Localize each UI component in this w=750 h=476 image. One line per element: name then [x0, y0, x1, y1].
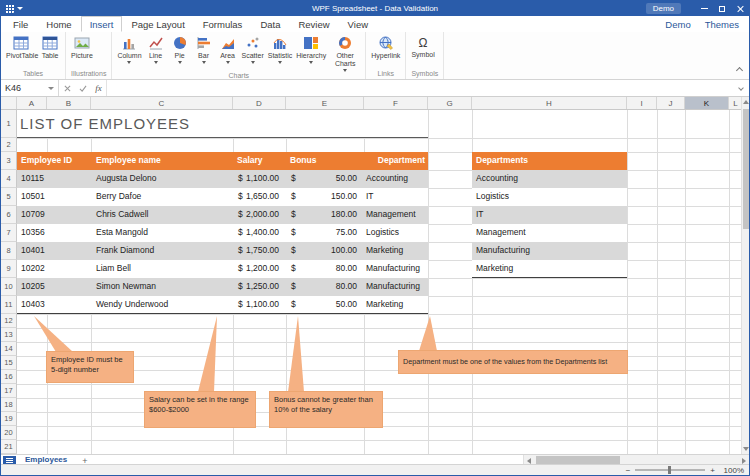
- name-box-value: K46: [5, 83, 21, 93]
- spreadsheet-grid[interactable]: A B C D E F G H I J K L 1 2 3 4 5 6 7 8 …: [1, 97, 743, 454]
- list-icon: [6, 458, 13, 463]
- omega-symbol-icon: Ω: [419, 35, 428, 51]
- bar-chart-button[interactable]: Bar: [192, 33, 216, 64]
- tab-file[interactable]: File: [4, 16, 37, 32]
- button-label: Scatter: [242, 52, 264, 60]
- ribbon-tab-strip: File Home Insert Page Layout Formulas Da…: [1, 16, 749, 32]
- chevron-down-icon[interactable]: [17, 7, 23, 10]
- zoom-out-button[interactable]: −: [626, 466, 631, 475]
- button-label: Line: [149, 52, 162, 60]
- scatter-chart-button[interactable]: Scatter: [240, 33, 266, 64]
- chevron-down-icon: [309, 61, 313, 64]
- tab-data[interactable]: Data: [251, 16, 289, 32]
- close-button[interactable]: [731, 1, 749, 16]
- picture-button[interactable]: Picture: [69, 33, 95, 60]
- zoom-level[interactable]: 100%: [720, 466, 744, 475]
- expand-formula-bar-button[interactable]: [733, 80, 749, 96]
- ribbon-group-links: Hyperlink Links: [366, 32, 406, 79]
- formula-bar: K46 fx: [1, 80, 749, 97]
- button-label: PivotTable: [6, 52, 36, 60]
- arrow-left-icon: [527, 458, 531, 464]
- other-charts-button[interactable]: Other Charts: [328, 33, 362, 72]
- callout-salary-rule[interactable]: Salary can be set in the range $600-$200…: [144, 391, 256, 428]
- tab-page-layout[interactable]: Page Layout: [122, 16, 193, 32]
- ribbon-group-label: Links: [369, 70, 402, 79]
- formula-input[interactable]: [107, 80, 733, 96]
- ribbon-group-label: Tables: [4, 70, 62, 79]
- zoom-slider-thumb[interactable]: [668, 466, 671, 474]
- button-label: Hierarchy: [296, 52, 326, 60]
- hierarchy-chart-button[interactable]: Hierarchy: [294, 33, 328, 64]
- demo-badge[interactable]: Demo: [646, 3, 681, 14]
- maximize-button[interactable]: [713, 1, 731, 16]
- callout-tail: [288, 316, 304, 392]
- window-title: WPF Spreadsheet - Data Validation: [1, 4, 749, 13]
- button-label: Symbol: [411, 51, 434, 59]
- ribbon-group-charts: Column Line Pie Bar: [112, 32, 366, 79]
- table-button[interactable]: Table: [38, 33, 62, 60]
- chevron-down-icon: [48, 87, 54, 90]
- minimize-button[interactable]: [695, 1, 713, 16]
- callout-tail: [198, 316, 217, 392]
- button-label: Column: [117, 52, 141, 60]
- zoom-slider[interactable]: [635, 469, 705, 471]
- pie-chart-button[interactable]: Pie: [168, 33, 192, 64]
- statistic-chart-button[interactable]: Statistic: [266, 33, 295, 64]
- demo-link[interactable]: Demo: [665, 19, 690, 30]
- title-bar: WPF Spreadsheet - Data Validation Demo: [1, 1, 749, 16]
- area-chart-button[interactable]: Area: [216, 33, 240, 64]
- maximize-icon: [719, 6, 725, 12]
- cancel-formula-button[interactable]: [59, 80, 75, 96]
- scroll-down-button[interactable]: [742, 444, 750, 454]
- donut-chart-icon: [337, 35, 353, 51]
- zoom-in-button[interactable]: +: [710, 466, 715, 475]
- chevron-down-icon: [226, 61, 230, 64]
- hyperlink-button[interactable]: Hyperlink: [369, 33, 402, 60]
- ribbon-group-tables: PivotTable Table Tables: [1, 32, 66, 79]
- callout-employee-id-rule[interactable]: Employee ID must be 5-digit number: [46, 351, 134, 383]
- column-chart-icon: [121, 35, 137, 51]
- column-chart-button[interactable]: Column: [115, 33, 143, 64]
- confirm-formula-button[interactable]: [75, 80, 91, 96]
- close-icon: [736, 5, 744, 13]
- line-chart-button[interactable]: Line: [144, 33, 168, 64]
- button-label: Statistic: [268, 52, 293, 60]
- tab-insert[interactable]: Insert: [81, 16, 123, 32]
- collapse-ribbon-icon[interactable]: [736, 67, 743, 74]
- chevron-down-icon: [178, 61, 182, 64]
- ribbon-group-symbols: Ω Symbol Symbols: [406, 32, 444, 79]
- app-icon: [5, 4, 14, 13]
- scroll-up-button[interactable]: [742, 97, 749, 107]
- vertical-scroll-thumb[interactable]: [743, 109, 749, 229]
- symbol-button[interactable]: Ω Symbol: [409, 33, 436, 59]
- tab-formulas[interactable]: Formulas: [194, 16, 252, 32]
- ribbon-group-label: Illustrations: [69, 70, 108, 79]
- insert-function-button[interactable]: fx: [91, 80, 107, 96]
- button-label: Table: [42, 52, 59, 60]
- callout-bonus-rule[interactable]: Bonus cannot be greater than 10% of the …: [269, 391, 383, 428]
- name-box[interactable]: K46: [1, 80, 59, 96]
- hyperlink-icon: [378, 35, 394, 51]
- chevron-down-icon: [251, 61, 255, 64]
- chevron-down-icon: [127, 61, 131, 64]
- vertical-scrollbar[interactable]: [741, 97, 749, 454]
- ribbon-group-illustrations: Picture Illustrations: [66, 32, 112, 79]
- button-label: Area: [220, 52, 235, 60]
- pivottable-button[interactable]: PivotTable: [4, 33, 38, 60]
- line-chart-icon: [148, 35, 164, 51]
- button-label: Pie: [174, 52, 184, 60]
- tab-home[interactable]: Home: [37, 16, 80, 32]
- themes-link[interactable]: Themes: [705, 19, 739, 30]
- check-icon: [79, 85, 87, 92]
- chevron-down-icon: [202, 61, 206, 64]
- callout-department-rule[interactable]: Department must be one of the values fro…: [398, 350, 628, 374]
- button-label: Bar: [198, 52, 209, 60]
- chevron-down-icon: [154, 61, 158, 64]
- button-label: Picture: [71, 52, 93, 60]
- tab-view[interactable]: View: [339, 16, 377, 32]
- pivot-table-icon: [13, 35, 29, 51]
- arrow-up-icon: [743, 100, 749, 104]
- x-icon: [64, 85, 71, 92]
- tab-review[interactable]: Review: [289, 16, 338, 32]
- ribbon-group-label: Symbols: [409, 70, 440, 79]
